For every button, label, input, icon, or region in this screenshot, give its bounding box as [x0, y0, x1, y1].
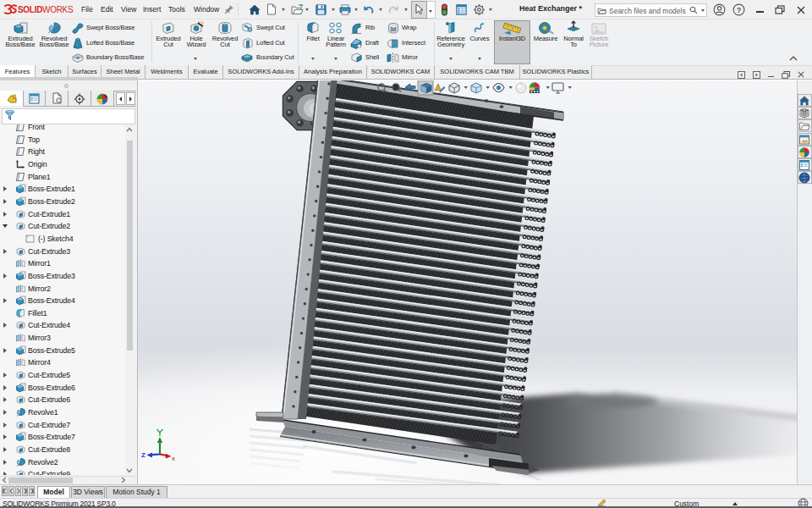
svg-text:x: x [172, 455, 175, 462]
svg-text:3d: 3d [390, 26, 397, 32]
svg-text:?: ? [737, 6, 742, 14]
svg-text:Z: Z [141, 451, 145, 459]
